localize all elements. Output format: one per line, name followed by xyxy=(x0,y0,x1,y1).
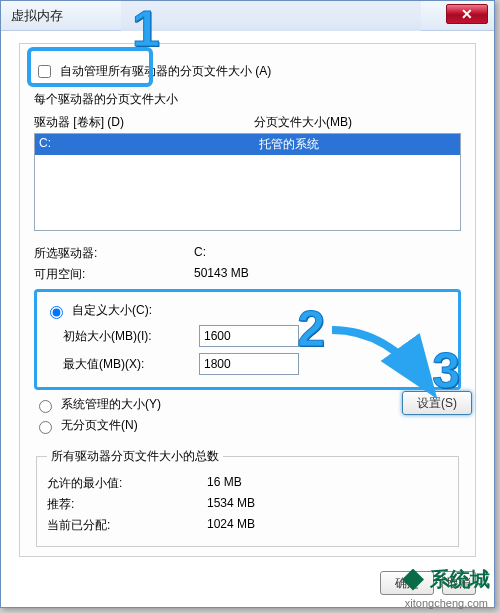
auto-manage-row: 自动管理所有驱动器的分页文件大小 (A) xyxy=(34,62,271,81)
cur-value: 1024 MB xyxy=(207,517,255,534)
rec-label: 推荐: xyxy=(47,496,207,513)
cur-label: 当前已分配: xyxy=(47,517,207,534)
blur-overlay xyxy=(121,1,421,31)
custom-size-radio[interactable] xyxy=(50,306,63,319)
watermark-url: xitongcheng.com xyxy=(405,597,488,609)
annotation-number-3: 3 xyxy=(432,342,460,400)
close-button[interactable]: ✕ xyxy=(446,4,488,24)
initial-size-row: 初始大小(MB)(I): xyxy=(45,325,450,347)
auto-manage-checkbox[interactable] xyxy=(38,65,51,78)
virtual-memory-dialog: 虚拟内存 ✕ 自动管理所有驱动器的分页文件大小 (A) 每个驱动器的分页文件大小… xyxy=(0,0,495,608)
custom-size-radio-row: 自定义大小(C): xyxy=(45,302,450,319)
auto-manage-label: 自动管理所有驱动器的分页文件大小 (A) xyxy=(60,63,271,80)
close-icon: ✕ xyxy=(461,6,473,22)
watermark: 系统城 xyxy=(402,566,490,593)
header-drive: 驱动器 [卷标] (D) xyxy=(34,114,254,131)
annotation-number-2: 2 xyxy=(297,300,325,358)
size-options-group: 自定义大小(C): 初始大小(MB)(I): 最大值(MB)(X): xyxy=(34,289,461,390)
per-drive-section-label: 每个驱动器的分页文件大小 xyxy=(34,91,461,108)
selected-drive-row: 所选驱动器: C: xyxy=(34,245,461,262)
selected-drive-value: C: xyxy=(194,245,206,262)
max-size-input[interactable] xyxy=(199,353,299,375)
no-paging-label: 无分页文件(N) xyxy=(61,417,138,434)
drive-row-paging: 托管的系统 xyxy=(259,136,319,153)
watermark-logo-icon xyxy=(402,569,424,591)
min-value: 16 MB xyxy=(207,475,242,492)
annotation-number-1: 1 xyxy=(132,0,160,58)
initial-size-label: 初始大小(MB)(I): xyxy=(45,328,185,345)
watermark-text: 系统城 xyxy=(430,566,490,593)
header-paging: 分页文件大小(MB) xyxy=(254,114,352,131)
initial-size-input[interactable] xyxy=(199,325,299,347)
dialog-content: 自动管理所有驱动器的分页文件大小 (A) 每个驱动器的分页文件大小 驱动器 [卷… xyxy=(19,43,476,557)
no-paging-radio-row: 无分页文件(N) xyxy=(34,417,461,434)
drive-list-headers: 驱动器 [卷标] (D) 分页文件大小(MB) xyxy=(34,114,461,131)
min-label: 允许的最小值: xyxy=(47,475,207,492)
totals-group: 所有驱动器分页文件大小的总数 允许的最小值:16 MB 推荐:1534 MB 当… xyxy=(36,448,459,547)
rec-value: 1534 MB xyxy=(207,496,255,513)
max-size-row: 最大值(MB)(X): xyxy=(45,353,450,375)
drive-row-selected[interactable]: C: 托管的系统 xyxy=(35,134,460,155)
drive-row-drive: C: xyxy=(39,136,259,153)
available-space-label: 可用空间: xyxy=(34,266,194,283)
totals-title: 所有驱动器分页文件大小的总数 xyxy=(47,448,223,465)
available-space-row: 可用空间: 50143 MB xyxy=(34,266,461,283)
no-paging-radio[interactable] xyxy=(39,421,52,434)
titlebar[interactable]: 虚拟内存 ✕ xyxy=(1,1,494,31)
system-managed-radio[interactable] xyxy=(39,400,52,413)
system-managed-radio-row: 系统管理的大小(Y) xyxy=(34,396,461,413)
max-size-label: 最大值(MB)(X): xyxy=(45,356,185,373)
system-managed-label: 系统管理的大小(Y) xyxy=(61,396,161,413)
custom-size-label: 自定义大小(C): xyxy=(72,302,152,319)
selected-drive-label: 所选驱动器: xyxy=(34,245,194,262)
available-space-value: 50143 MB xyxy=(194,266,249,283)
drive-list[interactable]: C: 托管的系统 xyxy=(34,133,461,231)
window-title: 虚拟内存 xyxy=(11,7,63,25)
